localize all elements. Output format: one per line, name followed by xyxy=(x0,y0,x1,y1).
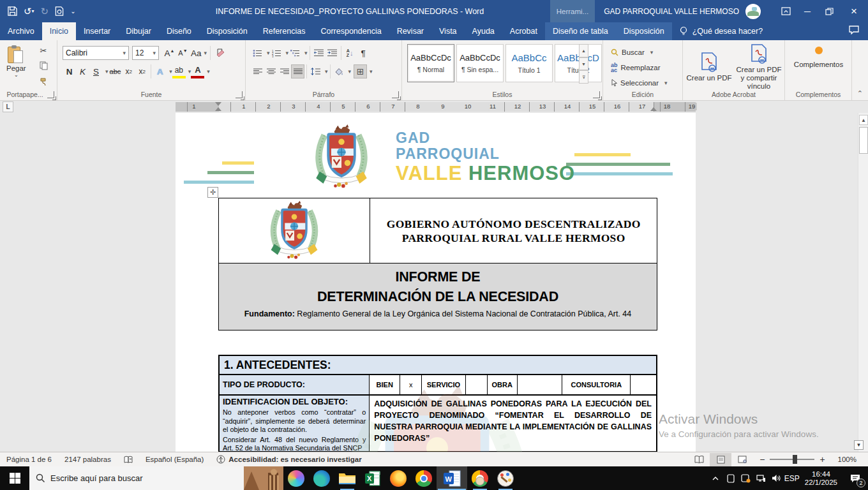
tray-language-indicator[interactable]: ESP xyxy=(784,466,800,490)
section-antecedentes[interactable]: 1. ANTECEDENTES: xyxy=(218,355,657,375)
taskbar-excel-icon[interactable]: X xyxy=(360,466,385,490)
print-preview-icon[interactable] xyxy=(55,6,64,16)
justify-button[interactable] xyxy=(291,64,304,78)
zoom-slider[interactable] xyxy=(770,459,814,460)
taskbar-firefox-icon[interactable] xyxy=(385,466,411,490)
language-indicator[interactable]: Español (España) xyxy=(139,456,210,463)
create-pdf-share-button[interactable]: Crear un PDF y compartir vínculo xyxy=(734,44,784,91)
taskbar-chrome-icon[interactable] xyxy=(411,466,437,490)
zoom-in-button[interactable]: + xyxy=(819,454,831,464)
bold-button[interactable]: N xyxy=(63,64,76,78)
tab-archivo[interactable]: Archivo xyxy=(0,22,42,40)
clear-formatting-button[interactable] xyxy=(213,46,226,60)
subscript-button[interactable]: x2 xyxy=(122,64,135,78)
format-painter-icon[interactable] xyxy=(37,75,50,87)
ribbon-display-options-icon[interactable] xyxy=(775,0,797,22)
copy-icon[interactable] xyxy=(37,59,50,72)
paste-button[interactable]: Pegar⌄ xyxy=(6,45,26,78)
org-crest-cell[interactable] xyxy=(219,198,370,263)
word-count[interactable]: 2147 palabras xyxy=(58,456,117,463)
grow-font-button[interactable]: A▲ xyxy=(163,46,176,60)
option-consultoria-checkbox[interactable] xyxy=(631,375,656,394)
styles-dialog-launcher[interactable] xyxy=(593,91,600,98)
read-mode-button[interactable] xyxy=(688,453,710,466)
font-dialog-launcher[interactable] xyxy=(236,91,243,98)
tab-acrobat[interactable]: Acrobat xyxy=(502,22,545,40)
font-name-combo[interactable]: Calibri▾ xyxy=(63,46,129,60)
tab-insertar[interactable]: Insertar xyxy=(76,22,118,40)
font-size-combo[interactable]: 12▾ xyxy=(132,46,159,60)
font-color-button[interactable]: A xyxy=(191,64,204,78)
style-sin-espaciado[interactable]: AaBbCcDc¶ Sin espa... xyxy=(456,44,504,82)
proofing-icon[interactable] xyxy=(117,456,139,464)
taskbar-file-explorer-icon[interactable] xyxy=(334,466,360,490)
tray-chevron-icon[interactable] xyxy=(708,466,723,490)
redo-button[interactable]: ↻ xyxy=(41,6,49,17)
restore-button[interactable] xyxy=(818,0,840,22)
replace-button[interactable]: abacReemplazar xyxy=(611,61,668,74)
document-canvas[interactable]: GAD PARROQUIAL VALLE HERMOSO ✢ GOBIERNO … xyxy=(0,113,868,452)
styles-scroll-up[interactable]: ▲ xyxy=(579,44,588,57)
taskbar-copilot-icon[interactable] xyxy=(283,466,309,490)
increase-indent-button[interactable] xyxy=(326,46,339,60)
close-button[interactable]: × xyxy=(840,0,868,22)
show-marks-button[interactable]: ¶ xyxy=(357,46,370,60)
comments-icon[interactable] xyxy=(849,26,859,34)
tab-vista[interactable]: Vista xyxy=(431,22,465,40)
taskbar-search[interactable]: Escribe aquí para buscar xyxy=(29,466,283,490)
scroll-up-button[interactable]: ▲ xyxy=(859,115,868,125)
tab-ayuda[interactable]: Ayuda xyxy=(465,22,502,40)
document-page[interactable]: GAD PARROQUIAL VALLE HERMOSO ✢ GOBIERNO … xyxy=(176,113,696,452)
horizontal-ruler[interactable]: 112345678910111213141516171819 xyxy=(176,102,696,112)
italic-button[interactable]: K xyxy=(76,64,89,78)
clipboard-dialog-launcher[interactable] xyxy=(47,91,54,98)
superscript-button[interactable]: x2 xyxy=(135,64,149,78)
identificacion-row[interactable]: IDENTIFICACION DEL OBJETO: No anteponer … xyxy=(218,396,657,452)
style-normal[interactable]: AaBbCcDc¶ Normal xyxy=(407,44,454,82)
tab-diseno[interactable]: Diseño xyxy=(159,22,199,40)
web-layout-button[interactable] xyxy=(731,453,753,466)
vertical-scrollbar[interactable]: ▲ xyxy=(858,113,868,452)
styles-scroll-down[interactable]: ▼ xyxy=(579,57,588,71)
print-layout-button[interactable] xyxy=(710,453,731,466)
zoom-out-button[interactable]: − xyxy=(753,454,765,464)
paragraph-dialog-launcher[interactable] xyxy=(392,91,399,98)
cut-icon[interactable]: ✂ xyxy=(37,44,50,57)
shrink-font-button[interactable]: A▼ xyxy=(176,46,190,60)
tab-referencias[interactable]: Referencias xyxy=(255,22,313,40)
org-name-cell[interactable]: GOBIERNO AUTÓNOMO DESCENTRALIZADO PARROQ… xyxy=(370,198,657,263)
taskbar-word-icon[interactable]: W xyxy=(437,466,467,490)
tray-clock[interactable]: 16:44 22/1/2025 xyxy=(800,470,842,487)
shading-button[interactable] xyxy=(333,64,346,78)
tab-disposicion-tabla[interactable]: Disposición xyxy=(616,22,672,40)
find-button[interactable]: Buscar▾ xyxy=(611,45,668,59)
tray-network-icon[interactable] xyxy=(754,466,769,490)
taskbar-chrome-profile-icon[interactable] xyxy=(467,466,493,490)
account-name[interactable]: GAD PARROQUIAL VALLE HERMOSO xyxy=(604,7,739,16)
sort-button[interactable]: AZ↓ xyxy=(343,46,357,60)
highlight-color-button[interactable]: ab xyxy=(172,64,186,78)
style-titulo-1[interactable]: AaBbCcTítulo 1 xyxy=(505,44,553,82)
zoom-slider-thumb[interactable] xyxy=(793,455,797,464)
borders-button[interactable]: ⊞ xyxy=(354,64,367,78)
select-button[interactable]: Seleccionar▾ xyxy=(611,76,668,89)
minimize-button[interactable]: ─ xyxy=(797,0,818,22)
align-right-button[interactable] xyxy=(278,64,291,78)
scroll-down-button[interactable]: ▼ xyxy=(854,440,864,450)
underline-button[interactable]: S xyxy=(89,64,103,78)
scrollbar-thumb[interactable] xyxy=(859,127,868,154)
decrease-indent-button[interactable] xyxy=(312,46,326,60)
align-left-button[interactable] xyxy=(251,64,264,78)
tray-tablet-icon[interactable] xyxy=(723,466,738,490)
tell-me-box[interactable]: ¿Qué desea hacer? xyxy=(672,22,771,40)
tab-revisar[interactable]: Revisar xyxy=(389,22,431,40)
identificacion-value-cell[interactable]: ADQUISICIÓN DE GALLINAS PONEDORAS PARA L… xyxy=(370,396,656,451)
zoom-level[interactable]: 100% xyxy=(832,456,868,463)
styles-gallery-expand[interactable]: ⊽ xyxy=(579,70,588,84)
hanging-indent-marker[interactable] xyxy=(215,107,221,111)
accessibility-status[interactable]: Accesibilidad: es necesario investigar xyxy=(210,455,368,464)
tab-inicio[interactable]: Inicio xyxy=(42,22,76,40)
taskbar-paint-icon[interactable] xyxy=(493,466,518,490)
first-line-indent-marker[interactable] xyxy=(215,102,221,106)
change-case-button[interactable]: Aa▾ xyxy=(190,46,208,60)
